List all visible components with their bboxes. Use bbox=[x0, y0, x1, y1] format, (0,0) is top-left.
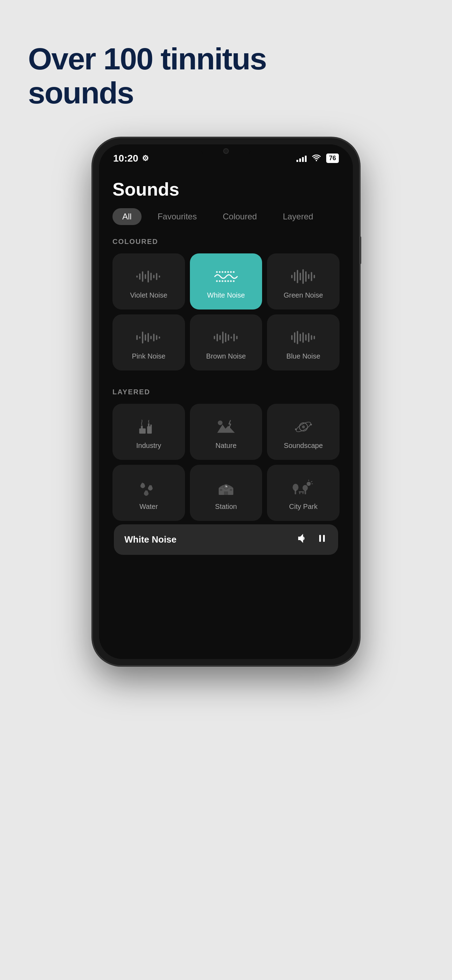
svg-rect-31 bbox=[314, 275, 315, 278]
player-controls bbox=[297, 533, 328, 546]
sound-card-brown-noise[interactable]: Brown Noise bbox=[190, 314, 263, 371]
player-title: White Noise bbox=[124, 534, 177, 545]
svg-rect-4 bbox=[148, 270, 149, 283]
industry-icon bbox=[135, 417, 162, 438]
bottom-player: White Noise bbox=[114, 524, 338, 555]
svg-point-9 bbox=[216, 271, 218, 273]
volume-icon[interactable] bbox=[297, 533, 308, 546]
pause-icon[interactable] bbox=[317, 533, 328, 546]
svg-point-14 bbox=[230, 271, 232, 273]
svg-rect-48 bbox=[233, 334, 235, 341]
svg-rect-25 bbox=[297, 270, 298, 283]
svg-rect-38 bbox=[153, 334, 154, 341]
sound-card-pink-noise[interactable]: Pink Noise bbox=[113, 314, 185, 371]
svg-rect-54 bbox=[302, 332, 304, 343]
sound-card-nature[interactable]: Nature bbox=[190, 404, 263, 460]
white-noise-icon bbox=[212, 266, 240, 287]
filter-tabs: All Favourites Coloured Layered U bbox=[113, 208, 339, 225]
app-content: Sounds All Favourites Coloured Layered U… bbox=[99, 168, 353, 659]
svg-rect-62 bbox=[148, 423, 150, 427]
svg-rect-0 bbox=[136, 275, 138, 278]
wifi-icon bbox=[312, 154, 321, 163]
phone-inner: 10:20 ⚙ bbox=[99, 145, 353, 659]
svg-rect-29 bbox=[308, 274, 309, 279]
svg-rect-88 bbox=[319, 535, 321, 542]
headline-section: Over 100 tinnitus sounds bbox=[0, 0, 452, 131]
svg-point-11 bbox=[221, 271, 223, 273]
white-noise-label: White Noise bbox=[207, 291, 245, 299]
svg-rect-51 bbox=[294, 332, 295, 343]
notch bbox=[202, 145, 250, 158]
svg-rect-41 bbox=[214, 336, 215, 339]
sound-card-white-noise[interactable]: White Noise bbox=[190, 253, 263, 310]
svg-rect-36 bbox=[148, 333, 149, 342]
svg-point-18 bbox=[221, 280, 223, 282]
svg-rect-1 bbox=[139, 274, 140, 280]
svg-rect-87 bbox=[302, 492, 304, 494]
sound-card-blue-noise[interactable]: Blue Noise bbox=[267, 314, 339, 371]
sound-card-city-park[interactable]: City Park bbox=[267, 465, 339, 521]
svg-point-68 bbox=[295, 428, 296, 430]
signal-icon bbox=[296, 155, 307, 162]
svg-point-13 bbox=[227, 271, 229, 273]
svg-rect-27 bbox=[302, 269, 304, 284]
city-park-icon bbox=[290, 477, 317, 498]
water-icon bbox=[135, 477, 162, 498]
station-label: Station bbox=[215, 503, 237, 511]
svg-rect-8 bbox=[159, 275, 160, 278]
sound-card-industry[interactable]: Industry bbox=[113, 404, 185, 460]
layered-grid: Industry Natu bbox=[113, 404, 339, 521]
svg-point-19 bbox=[224, 280, 226, 282]
svg-rect-55 bbox=[305, 334, 307, 341]
sound-card-station[interactable]: Station bbox=[190, 465, 263, 521]
svg-rect-23 bbox=[291, 275, 293, 278]
sound-card-green-noise[interactable]: Green Noise bbox=[267, 253, 339, 310]
layered-section-label: LAYERED bbox=[113, 388, 339, 396]
svg-rect-40 bbox=[159, 336, 160, 339]
svg-rect-61 bbox=[141, 426, 143, 430]
svg-rect-39 bbox=[156, 335, 157, 340]
nature-label: Nature bbox=[215, 442, 237, 450]
svg-rect-86 bbox=[299, 492, 300, 494]
section-spacer bbox=[113, 374, 339, 385]
station-icon bbox=[212, 477, 240, 498]
battery-indicator: 76 bbox=[326, 154, 339, 163]
svg-rect-47 bbox=[231, 336, 232, 339]
svg-rect-42 bbox=[216, 334, 218, 341]
sound-card-soundscape[interactable]: Soundscape bbox=[267, 404, 339, 460]
nature-icon bbox=[212, 417, 240, 438]
svg-point-22 bbox=[232, 280, 234, 282]
svg-rect-63 bbox=[150, 425, 152, 427]
sound-card-water[interactable]: Water bbox=[113, 465, 185, 521]
city-park-label: City Park bbox=[289, 503, 317, 511]
svg-rect-45 bbox=[225, 333, 226, 342]
svg-point-77 bbox=[307, 482, 311, 486]
svg-rect-7 bbox=[156, 273, 157, 280]
tab-favourites[interactable]: Favourites bbox=[148, 208, 207, 225]
svg-rect-33 bbox=[139, 336, 140, 339]
violet-noise-label: Violet Noise bbox=[130, 291, 167, 299]
water-label: Water bbox=[140, 503, 158, 511]
violet-noise-icon bbox=[135, 266, 162, 287]
svg-rect-2 bbox=[142, 271, 143, 282]
brown-noise-label: Brown Noise bbox=[206, 352, 246, 360]
svg-rect-44 bbox=[222, 332, 224, 344]
tab-coloured[interactable]: Coloured bbox=[213, 208, 267, 225]
brown-noise-icon bbox=[212, 327, 240, 348]
tab-layered[interactable]: Layered bbox=[273, 208, 323, 225]
svg-rect-5 bbox=[150, 273, 152, 280]
side-button bbox=[359, 236, 361, 264]
svg-rect-89 bbox=[323, 535, 325, 542]
svg-point-64 bbox=[218, 421, 223, 425]
svg-rect-30 bbox=[311, 272, 312, 281]
coloured-grid: Violet Noise bbox=[113, 253, 339, 371]
sound-card-violet-noise[interactable]: Violet Noise bbox=[113, 253, 185, 310]
tab-u[interactable]: U bbox=[329, 208, 339, 225]
settings-status-icon: ⚙ bbox=[142, 154, 149, 163]
svg-point-82 bbox=[293, 484, 299, 491]
pink-noise-label: Pink Noise bbox=[132, 352, 166, 360]
phone-frame: 10:20 ⚙ bbox=[93, 138, 359, 665]
svg-rect-52 bbox=[297, 331, 298, 344]
svg-rect-85 bbox=[299, 492, 304, 492]
tab-all[interactable]: All bbox=[113, 208, 142, 225]
